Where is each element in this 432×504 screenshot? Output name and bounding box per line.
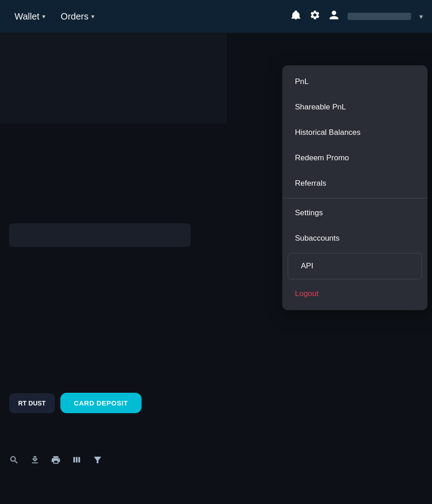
wallet-chevron: ▾ — [42, 13, 45, 20]
dropdown-item-settings[interactable]: Settings — [282, 200, 427, 226]
dropdown-item-api[interactable]: API — [288, 253, 422, 279]
dark-panel-mid — [0, 124, 227, 214]
dropdown-divider — [282, 198, 427, 198]
download-icon[interactable] — [30, 455, 40, 468]
user-chevron[interactable]: ▾ — [419, 12, 423, 21]
wallet-nav[interactable]: Wallet ▾ — [9, 8, 51, 25]
redeem-promo-label: Redeem Promo — [295, 153, 349, 163]
dropdown-item-historical-balances[interactable]: Historical Balances — [282, 120, 427, 145]
historical-balances-label: Historical Balances — [295, 128, 361, 137]
orders-nav[interactable]: Orders ▾ — [55, 8, 100, 25]
rt-dust-button[interactable]: RT DUST — [9, 393, 55, 413]
search-icon[interactable] — [9, 455, 19, 468]
logout-label: Logout — [295, 289, 319, 298]
print-icon[interactable] — [51, 455, 61, 468]
dropdown-item-subaccounts[interactable]: Subaccounts — [282, 226, 427, 251]
action-buttons: RT DUST CARD DEPOSIT — [0, 384, 151, 422]
orders-label: Orders — [61, 11, 88, 22]
nav-icons: ▾ — [290, 10, 423, 23]
settings-label: Settings — [295, 208, 323, 217]
dropdown-item-referrals[interactable]: Referrals — [282, 171, 427, 196]
dropdown-item-logout[interactable]: Logout — [282, 281, 427, 306]
user-icon[interactable] — [329, 10, 339, 23]
search-bar — [9, 223, 191, 247]
referrals-label: Referrals — [295, 179, 326, 188]
pnl-label: PnL — [295, 77, 309, 86]
api-label: API — [301, 262, 313, 271]
card-deposit-button[interactable]: CARD DEPOSIT — [60, 393, 142, 413]
dropdown-item-pnl[interactable]: PnL — [282, 69, 427, 94]
bottom-toolbar — [0, 446, 112, 477]
columns-icon[interactable] — [72, 455, 82, 468]
subaccounts-label: Subaccounts — [295, 234, 339, 243]
bell-icon[interactable] — [290, 10, 301, 23]
user-label — [348, 13, 411, 20]
filter-icon[interactable] — [93, 455, 103, 468]
navbar: Wallet ▾ Orders ▾ ▾ — [0, 0, 432, 33]
dark-panel-top — [0, 33, 227, 124]
wallet-label: Wallet — [15, 11, 39, 22]
gear-icon[interactable] — [309, 10, 320, 23]
main-content: RT DUST CARD DEPOSIT — [0, 33, 432, 504]
dropdown-item-shareable-pnl[interactable]: Shareable PnL — [282, 94, 427, 120]
user-dropdown-menu: PnL Shareable PnL Historical Balances Re… — [282, 65, 427, 310]
orders-chevron: ▾ — [91, 13, 94, 20]
dropdown-item-redeem-promo[interactable]: Redeem Promo — [282, 145, 427, 171]
shareable-pnl-label: Shareable PnL — [295, 103, 346, 112]
